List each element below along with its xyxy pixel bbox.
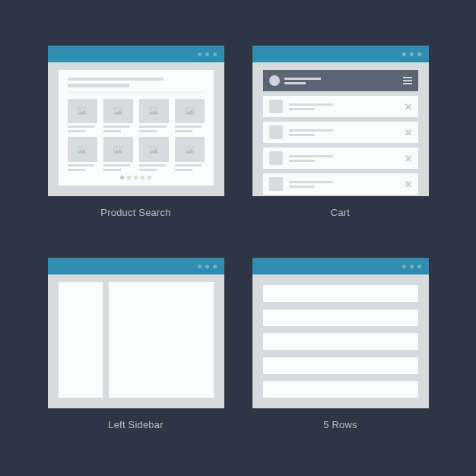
window-control-dot-icon [198,265,202,268]
pager-dot-icon[interactable] [127,176,131,179]
cart-list [263,70,418,195]
product-card[interactable] [139,137,169,171]
item-thumb-icon [269,125,283,139]
svg-point-5 [151,109,153,110]
menu-icon[interactable] [403,77,412,84]
image-placeholder-icon [68,99,97,124]
window-control-dot-icon [410,265,414,268]
window-control-dot-icon [410,52,414,56]
pager-dot-icon[interactable] [148,176,151,179]
pager-dot-icon[interactable] [141,176,144,179]
window-body [48,274,224,408]
pager-dot-icon[interactable] [134,176,138,179]
window [48,258,224,408]
window-control-dot-icon [402,265,406,268]
text-placeholder [289,129,333,136]
list-row [263,381,418,398]
caption-placeholder [103,164,130,167]
product-card[interactable] [68,99,97,133]
rows-list [263,285,418,398]
window-control-dot-icon [205,265,209,268]
window-control-dot-icon [417,52,421,56]
window-titlebar [48,46,224,62]
window-control-dot-icon [402,52,406,56]
product-card[interactable] [103,99,133,133]
heading-placeholder [68,78,163,81]
wireframe-product-search: Product Search [46,46,226,233]
product-card[interactable] [103,137,133,171]
caption: Left Sidebar [108,419,163,430]
content-panel [59,70,214,186]
svg-point-3 [116,109,117,110]
svg-point-1 [80,109,81,110]
window [48,46,224,196]
sidebar-panel [59,282,103,398]
caption-placeholder [68,125,94,128]
product-card[interactable] [175,137,205,171]
caption-placeholder [139,169,157,171]
main-panel [109,282,214,398]
window-control-dot-icon [213,265,217,268]
cart-item [263,122,418,143]
wireframe-five-rows: 5 Rows [250,258,430,446]
window-titlebar [252,258,429,274]
caption-placeholder [175,130,192,132]
caption-placeholder [139,130,157,132]
caption-placeholder [68,130,85,132]
remove-item-icon[interactable] [405,154,412,162]
window-control-dot-icon [213,52,217,56]
caption-placeholder [68,164,94,167]
svg-point-9 [80,148,81,149]
remove-item-icon[interactable] [405,180,412,188]
window [252,258,429,408]
caption: Cart [331,207,350,218]
cart-item [263,148,418,169]
caption-placeholder [139,164,166,167]
item-thumb-icon [269,177,283,191]
cart-item [263,96,418,117]
wireframe-left-sidebar: Left Sidebar [46,258,226,446]
pagination-dots[interactable] [68,176,205,179]
svg-point-7 [187,109,189,110]
image-placeholder-icon [175,137,205,162]
product-card[interactable] [139,99,169,133]
product-grid [68,99,205,171]
avatar-icon [269,75,280,86]
window-body [252,62,429,196]
remove-item-icon[interactable] [405,103,412,110]
caption-placeholder [175,169,192,171]
text-placeholder [289,103,333,110]
caption-placeholder [68,169,85,171]
image-placeholder-icon [139,137,169,162]
image-placeholder-icon [68,137,97,162]
product-card[interactable] [68,137,97,171]
image-placeholder-icon [139,99,169,124]
image-placeholder-icon [103,137,133,162]
item-thumb-icon [269,151,283,165]
caption-placeholder [139,125,166,128]
subheading-placeholder [68,84,129,87]
text-placeholder [289,155,333,162]
item-thumb-icon [269,100,283,113]
wireframe-cart: Cart [250,46,430,233]
caption: 5 Rows [323,419,357,430]
caption-placeholder [103,125,130,128]
list-row [263,285,418,302]
cart-header-bar [263,70,418,91]
text-placeholder [284,78,321,84]
image-placeholder-icon [103,99,133,124]
list-row [263,309,418,326]
window-control-dot-icon [417,265,421,268]
caption-placeholder [175,164,202,167]
pager-dot-icon[interactable] [120,176,124,179]
list-row [263,333,418,350]
svg-point-15 [187,148,189,149]
window-body [48,62,224,196]
window [252,46,429,196]
list-row [263,357,418,374]
product-card[interactable] [175,99,205,133]
svg-point-13 [151,148,153,149]
divider [68,92,205,93]
window-titlebar [48,258,224,274]
remove-item-icon[interactable] [405,129,412,136]
